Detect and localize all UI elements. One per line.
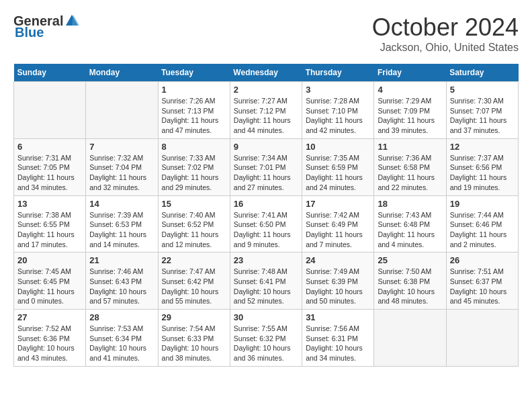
calendar-cell: 1Sunrise: 7:26 AM Sunset: 7:13 PM Daylig… <box>158 82 230 139</box>
day-info: Sunrise: 7:49 AM Sunset: 6:39 PM Dayligh… <box>306 267 370 306</box>
day-info: Sunrise: 7:33 AM Sunset: 7:02 PM Dayligh… <box>162 153 226 193</box>
day-number: 26 <box>450 255 515 265</box>
day-info: Sunrise: 7:50 AM Sunset: 6:38 PM Dayligh… <box>378 267 442 306</box>
calendar-cell: 25Sunrise: 7:50 AM Sunset: 6:38 PM Dayli… <box>374 253 446 310</box>
day-number: 27 <box>17 312 82 322</box>
calendar-cell: 22Sunrise: 7:47 AM Sunset: 6:42 PM Dayli… <box>158 253 230 310</box>
month-title: October 2024 <box>372 13 519 42</box>
day-number: 21 <box>89 255 154 265</box>
weekday-header-friday: Friday <box>374 64 446 82</box>
calendar-week-1: 1Sunrise: 7:26 AM Sunset: 7:13 PM Daylig… <box>14 82 519 139</box>
day-info: Sunrise: 7:31 AM Sunset: 7:05 PM Dayligh… <box>17 153 82 193</box>
day-number: 9 <box>234 142 298 152</box>
day-number: 25 <box>378 255 442 265</box>
day-number: 2 <box>234 85 298 95</box>
day-info: Sunrise: 7:54 AM Sunset: 6:33 PM Dayligh… <box>162 324 226 363</box>
day-info: Sunrise: 7:41 AM Sunset: 6:50 PM Dayligh… <box>234 210 298 250</box>
day-number: 28 <box>89 312 154 322</box>
day-number: 23 <box>234 255 298 265</box>
day-info: Sunrise: 7:35 AM Sunset: 6:59 PM Dayligh… <box>306 153 370 193</box>
calendar-cell: 29Sunrise: 7:54 AM Sunset: 6:33 PM Dayli… <box>158 310 230 367</box>
calendar-cell: 15Sunrise: 7:40 AM Sunset: 6:52 PM Dayli… <box>158 195 230 253</box>
calendar-cell: 13Sunrise: 7:38 AM Sunset: 6:55 PM Dayli… <box>14 195 86 253</box>
day-number: 18 <box>378 199 442 209</box>
day-info: Sunrise: 7:39 AM Sunset: 6:53 PM Dayligh… <box>89 210 154 250</box>
day-info: Sunrise: 7:26 AM Sunset: 7:13 PM Dayligh… <box>162 96 226 136</box>
calendar-cell <box>374 310 446 367</box>
day-info: Sunrise: 7:52 AM Sunset: 6:36 PM Dayligh… <box>17 324 82 363</box>
day-info: Sunrise: 7:56 AM Sunset: 6:31 PM Dayligh… <box>306 324 370 363</box>
calendar-week-2: 6Sunrise: 7:31 AM Sunset: 7:05 PM Daylig… <box>14 138 519 195</box>
day-number: 7 <box>89 142 154 152</box>
day-info: Sunrise: 7:46 AM Sunset: 6:43 PM Dayligh… <box>89 267 154 306</box>
calendar-cell: 28Sunrise: 7:53 AM Sunset: 6:34 PM Dayli… <box>86 310 158 367</box>
day-number: 15 <box>162 199 226 209</box>
calendar-cell: 3Sunrise: 7:28 AM Sunset: 7:10 PM Daylig… <box>302 82 374 139</box>
calendar-cell: 21Sunrise: 7:46 AM Sunset: 6:43 PM Dayli… <box>86 253 158 310</box>
day-number: 1 <box>162 85 226 95</box>
calendar-cell: 17Sunrise: 7:42 AM Sunset: 6:49 PM Dayli… <box>302 195 374 253</box>
calendar-cell: 4Sunrise: 7:29 AM Sunset: 7:09 PM Daylig… <box>374 82 446 139</box>
day-number: 10 <box>306 142 370 152</box>
calendar-cell <box>86 82 158 139</box>
calendar-cell: 2Sunrise: 7:27 AM Sunset: 7:12 PM Daylig… <box>230 82 302 139</box>
day-info: Sunrise: 7:32 AM Sunset: 7:04 PM Dayligh… <box>89 153 154 193</box>
calendar-cell <box>14 82 86 139</box>
day-number: 3 <box>306 85 370 95</box>
day-number: 6 <box>17 142 82 152</box>
day-number: 30 <box>234 312 298 322</box>
day-info: Sunrise: 7:48 AM Sunset: 6:41 PM Dayligh… <box>234 267 298 306</box>
calendar-week-4: 20Sunrise: 7:45 AM Sunset: 6:45 PM Dayli… <box>14 253 519 310</box>
day-info: Sunrise: 7:27 AM Sunset: 7:12 PM Dayligh… <box>234 96 298 136</box>
day-number: 17 <box>306 199 370 209</box>
title-block: October 2024 Jackson, Ohio, United State… <box>372 13 519 54</box>
day-number: 20 <box>17 255 82 265</box>
calendar-cell: 26Sunrise: 7:51 AM Sunset: 6:37 PM Dayli… <box>446 253 518 310</box>
day-info: Sunrise: 7:37 AM Sunset: 6:56 PM Dayligh… <box>450 153 515 193</box>
day-number: 31 <box>306 312 370 322</box>
day-number: 24 <box>306 255 370 265</box>
day-info: Sunrise: 7:28 AM Sunset: 7:10 PM Dayligh… <box>306 96 370 136</box>
day-number: 12 <box>450 142 515 152</box>
weekday-header-tuesday: Tuesday <box>158 64 230 82</box>
day-info: Sunrise: 7:55 AM Sunset: 6:32 PM Dayligh… <box>234 324 298 363</box>
day-info: Sunrise: 7:40 AM Sunset: 6:52 PM Dayligh… <box>162 210 226 250</box>
day-info: Sunrise: 7:36 AM Sunset: 6:58 PM Dayligh… <box>378 153 442 193</box>
day-info: Sunrise: 7:42 AM Sunset: 6:49 PM Dayligh… <box>306 210 370 250</box>
calendar-cell: 31Sunrise: 7:56 AM Sunset: 6:31 PM Dayli… <box>302 310 374 367</box>
calendar-cell: 30Sunrise: 7:55 AM Sunset: 6:32 PM Dayli… <box>230 310 302 367</box>
weekday-header-saturday: Saturday <box>446 64 518 82</box>
day-info: Sunrise: 7:30 AM Sunset: 7:07 PM Dayligh… <box>450 96 515 136</box>
calendar-week-5: 27Sunrise: 7:52 AM Sunset: 6:36 PM Dayli… <box>14 310 519 367</box>
weekday-header-sunday: Sunday <box>14 64 86 82</box>
day-info: Sunrise: 7:34 AM Sunset: 7:01 PM Dayligh… <box>234 153 298 193</box>
calendar-cell: 27Sunrise: 7:52 AM Sunset: 6:36 PM Dayli… <box>14 310 86 367</box>
day-number: 4 <box>378 85 442 95</box>
calendar-cell: 5Sunrise: 7:30 AM Sunset: 7:07 PM Daylig… <box>446 82 518 139</box>
day-number: 22 <box>162 255 226 265</box>
day-number: 11 <box>378 142 442 152</box>
day-number: 8 <box>162 142 226 152</box>
calendar-cell: 20Sunrise: 7:45 AM Sunset: 6:45 PM Dayli… <box>14 253 86 310</box>
day-number: 29 <box>162 312 226 322</box>
location: Jackson, Ohio, United States <box>372 42 519 54</box>
day-info: Sunrise: 7:29 AM Sunset: 7:09 PM Dayligh… <box>378 96 442 136</box>
page-header: General Blue October 2024 Jackson, Ohio,… <box>13 13 519 54</box>
calendar-cell: 23Sunrise: 7:48 AM Sunset: 6:41 PM Dayli… <box>230 253 302 310</box>
calendar-cell: 12Sunrise: 7:37 AM Sunset: 6:56 PM Dayli… <box>446 138 518 195</box>
calendar-cell: 24Sunrise: 7:49 AM Sunset: 6:39 PM Dayli… <box>302 253 374 310</box>
calendar-cell: 14Sunrise: 7:39 AM Sunset: 6:53 PM Dayli… <box>86 195 158 253</box>
day-number: 16 <box>234 199 298 209</box>
calendar-cell <box>446 310 518 367</box>
day-info: Sunrise: 7:47 AM Sunset: 6:42 PM Dayligh… <box>162 267 226 306</box>
calendar-cell: 9Sunrise: 7:34 AM Sunset: 7:01 PM Daylig… <box>230 138 302 195</box>
calendar-cell: 18Sunrise: 7:43 AM Sunset: 6:48 PM Dayli… <box>374 195 446 253</box>
day-info: Sunrise: 7:51 AM Sunset: 6:37 PM Dayligh… <box>450 267 515 306</box>
calendar-cell: 19Sunrise: 7:44 AM Sunset: 6:46 PM Dayli… <box>446 195 518 253</box>
calendar-cell: 10Sunrise: 7:35 AM Sunset: 6:59 PM Dayli… <box>302 138 374 195</box>
calendar-cell: 11Sunrise: 7:36 AM Sunset: 6:58 PM Dayli… <box>374 138 446 195</box>
calendar-cell: 6Sunrise: 7:31 AM Sunset: 7:05 PM Daylig… <box>14 138 86 195</box>
day-number: 19 <box>450 199 515 209</box>
day-number: 14 <box>89 199 154 209</box>
day-number: 13 <box>17 199 82 209</box>
